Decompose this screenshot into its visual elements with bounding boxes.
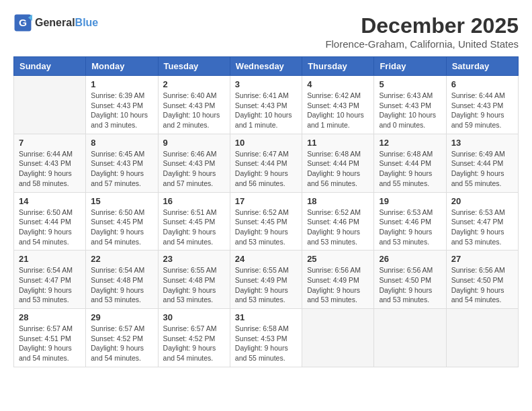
calendar-table: SundayMondayTuesdayWednesdayThursdayFrid…	[13, 56, 519, 367]
calendar-cell: 9Sunrise: 6:46 AM Sunset: 4:43 PM Daylig…	[158, 134, 230, 192]
day-info: Sunrise: 6:42 AM Sunset: 4:43 PM Dayligh…	[307, 91, 369, 130]
day-info: Sunrise: 6:50 AM Sunset: 4:45 PM Dayligh…	[91, 208, 152, 247]
day-info: Sunrise: 6:51 AM Sunset: 4:45 PM Dayligh…	[163, 208, 225, 247]
calendar-cell: 12Sunrise: 6:48 AM Sunset: 4:44 PM Dayli…	[374, 134, 446, 192]
calendar-cell: 15Sunrise: 6:50 AM Sunset: 4:45 PM Dayli…	[86, 192, 158, 250]
logo-icon: G	[13, 13, 32, 32]
calendar-cell: 19Sunrise: 6:53 AM Sunset: 4:46 PM Dayli…	[374, 192, 446, 250]
day-number: 6	[451, 79, 513, 89]
calendar-cell: 7Sunrise: 6:44 AM Sunset: 4:43 PM Daylig…	[14, 134, 86, 192]
day-number: 21	[19, 254, 81, 264]
calendar-cell: 2Sunrise: 6:40 AM Sunset: 4:43 PM Daylig…	[158, 76, 230, 134]
calendar-day-header: Saturday	[446, 57, 518, 76]
day-info: Sunrise: 6:58 AM Sunset: 4:53 PM Dayligh…	[235, 324, 297, 363]
day-info: Sunrise: 6:48 AM Sunset: 4:44 PM Dayligh…	[379, 149, 441, 189]
day-number: 23	[163, 254, 225, 264]
day-number: 18	[307, 196, 369, 206]
day-number: 7	[19, 138, 81, 148]
calendar-cell: 27Sunrise: 6:56 AM Sunset: 4:50 PM Dayli…	[446, 250, 518, 309]
day-number: 9	[163, 138, 225, 148]
day-number: 22	[91, 254, 152, 264]
calendar-cell	[374, 309, 446, 367]
calendar-cell: 6Sunrise: 6:44 AM Sunset: 4:43 PM Daylig…	[446, 76, 518, 134]
calendar-week-row: 7Sunrise: 6:44 AM Sunset: 4:43 PM Daylig…	[14, 134, 519, 192]
day-info: Sunrise: 6:56 AM Sunset: 4:50 PM Dayligh…	[451, 265, 513, 305]
page-header: G GeneralBlue December 2025 Florence-Gra…	[13, 13, 519, 50]
day-number: 11	[307, 138, 369, 148]
day-info: Sunrise: 6:53 AM Sunset: 4:47 PM Dayligh…	[451, 208, 513, 247]
logo-blue-text: Blue	[75, 17, 99, 28]
calendar-cell: 22Sunrise: 6:54 AM Sunset: 4:48 PM Dayli…	[86, 250, 158, 309]
day-info: Sunrise: 6:55 AM Sunset: 4:49 PM Dayligh…	[235, 265, 297, 305]
day-info: Sunrise: 6:40 AM Sunset: 4:43 PM Dayligh…	[163, 91, 225, 130]
day-number: 25	[307, 254, 369, 264]
calendar-cell: 17Sunrise: 6:52 AM Sunset: 4:45 PM Dayli…	[230, 192, 302, 250]
day-info: Sunrise: 6:56 AM Sunset: 4:49 PM Dayligh…	[307, 265, 369, 305]
calendar-cell: 3Sunrise: 6:41 AM Sunset: 4:43 PM Daylig…	[230, 76, 302, 134]
day-info: Sunrise: 6:43 AM Sunset: 4:43 PM Dayligh…	[379, 91, 441, 130]
day-number: 17	[235, 196, 297, 206]
day-info: Sunrise: 6:50 AM Sunset: 4:44 PM Dayligh…	[19, 208, 81, 247]
day-info: Sunrise: 6:54 AM Sunset: 4:47 PM Dayligh…	[19, 265, 81, 305]
day-info: Sunrise: 6:39 AM Sunset: 4:43 PM Dayligh…	[91, 91, 152, 130]
day-number: 2	[163, 79, 225, 89]
calendar-cell	[14, 76, 86, 134]
calendar-day-header: Wednesday	[230, 57, 302, 76]
calendar-cell	[446, 309, 518, 367]
calendar-week-row: 28Sunrise: 6:57 AM Sunset: 4:51 PM Dayli…	[14, 309, 519, 367]
svg-text:G: G	[19, 17, 27, 28]
day-number: 26	[379, 254, 441, 264]
calendar-cell: 29Sunrise: 6:57 AM Sunset: 4:52 PM Dayli…	[86, 309, 158, 367]
day-number: 1	[91, 79, 152, 89]
day-number: 8	[91, 138, 152, 148]
day-info: Sunrise: 6:53 AM Sunset: 4:46 PM Dayligh…	[379, 208, 441, 247]
day-number: 3	[235, 79, 297, 89]
calendar-cell: 28Sunrise: 6:57 AM Sunset: 4:51 PM Dayli…	[14, 309, 86, 367]
day-info: Sunrise: 6:52 AM Sunset: 4:46 PM Dayligh…	[307, 208, 369, 247]
day-number: 31	[235, 312, 297, 322]
calendar-day-header: Monday	[86, 57, 158, 76]
calendar-day-header: Friday	[374, 57, 446, 76]
logo: G GeneralBlue	[13, 13, 98, 32]
calendar-week-row: 21Sunrise: 6:54 AM Sunset: 4:47 PM Dayli…	[14, 250, 519, 309]
day-info: Sunrise: 6:48 AM Sunset: 4:44 PM Dayligh…	[307, 149, 369, 189]
day-info: Sunrise: 6:44 AM Sunset: 4:43 PM Dayligh…	[19, 149, 81, 189]
day-info: Sunrise: 6:57 AM Sunset: 4:51 PM Dayligh…	[19, 324, 81, 363]
day-number: 30	[163, 312, 225, 322]
calendar-day-header: Tuesday	[158, 57, 230, 76]
calendar-cell: 24Sunrise: 6:55 AM Sunset: 4:49 PM Dayli…	[230, 250, 302, 309]
day-info: Sunrise: 6:52 AM Sunset: 4:45 PM Dayligh…	[235, 208, 297, 247]
day-number: 24	[235, 254, 297, 264]
logo-general-text: General	[35, 17, 75, 28]
day-info: Sunrise: 6:41 AM Sunset: 4:43 PM Dayligh…	[235, 91, 297, 130]
day-number: 29	[91, 312, 152, 322]
day-number: 27	[451, 254, 513, 264]
day-info: Sunrise: 6:57 AM Sunset: 4:52 PM Dayligh…	[91, 324, 152, 363]
calendar-week-row: 14Sunrise: 6:50 AM Sunset: 4:44 PM Dayli…	[14, 192, 519, 250]
day-info: Sunrise: 6:44 AM Sunset: 4:43 PM Dayligh…	[451, 91, 513, 130]
day-number: 28	[19, 312, 81, 322]
day-info: Sunrise: 6:57 AM Sunset: 4:52 PM Dayligh…	[163, 324, 225, 363]
month-title: December 2025	[325, 13, 519, 38]
calendar-cell: 23Sunrise: 6:55 AM Sunset: 4:48 PM Dayli…	[158, 250, 230, 309]
day-number: 5	[379, 79, 441, 89]
calendar-cell: 21Sunrise: 6:54 AM Sunset: 4:47 PM Dayli…	[14, 250, 86, 309]
location-title: Florence-Graham, California, United Stat…	[325, 38, 519, 50]
day-number: 4	[307, 79, 369, 89]
day-number: 14	[19, 196, 81, 206]
day-number: 12	[379, 138, 441, 148]
day-number: 19	[379, 196, 441, 206]
calendar-cell	[302, 309, 374, 367]
day-info: Sunrise: 6:56 AM Sunset: 4:50 PM Dayligh…	[379, 265, 441, 305]
day-info: Sunrise: 6:46 AM Sunset: 4:43 PM Dayligh…	[163, 149, 225, 189]
calendar-cell: 1Sunrise: 6:39 AM Sunset: 4:43 PM Daylig…	[86, 76, 158, 134]
calendar-cell: 30Sunrise: 6:57 AM Sunset: 4:52 PM Dayli…	[158, 309, 230, 367]
day-number: 15	[91, 196, 152, 206]
calendar-cell: 4Sunrise: 6:42 AM Sunset: 4:43 PM Daylig…	[302, 76, 374, 134]
calendar-day-header: Sunday	[14, 57, 86, 76]
calendar-cell: 14Sunrise: 6:50 AM Sunset: 4:44 PM Dayli…	[14, 192, 86, 250]
calendar-cell: 13Sunrise: 6:49 AM Sunset: 4:44 PM Dayli…	[446, 134, 518, 192]
day-info: Sunrise: 6:55 AM Sunset: 4:48 PM Dayligh…	[163, 265, 225, 305]
calendar-week-row: 1Sunrise: 6:39 AM Sunset: 4:43 PM Daylig…	[14, 76, 519, 134]
calendar-cell: 18Sunrise: 6:52 AM Sunset: 4:46 PM Dayli…	[302, 192, 374, 250]
